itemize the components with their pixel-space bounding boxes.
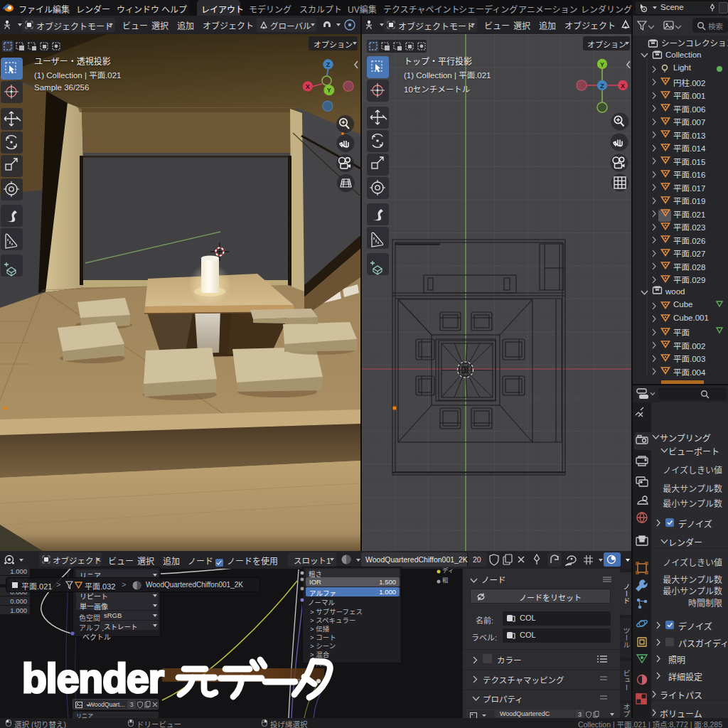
svg-text:Y: Y — [327, 87, 331, 94]
svg-text:X: X — [306, 83, 310, 90]
svg-text:Z: Z — [600, 82, 604, 90]
svg-text:Y: Y — [600, 61, 604, 68]
svg-text:X: X — [621, 82, 625, 90]
svg-text:Z: Z — [326, 61, 331, 68]
